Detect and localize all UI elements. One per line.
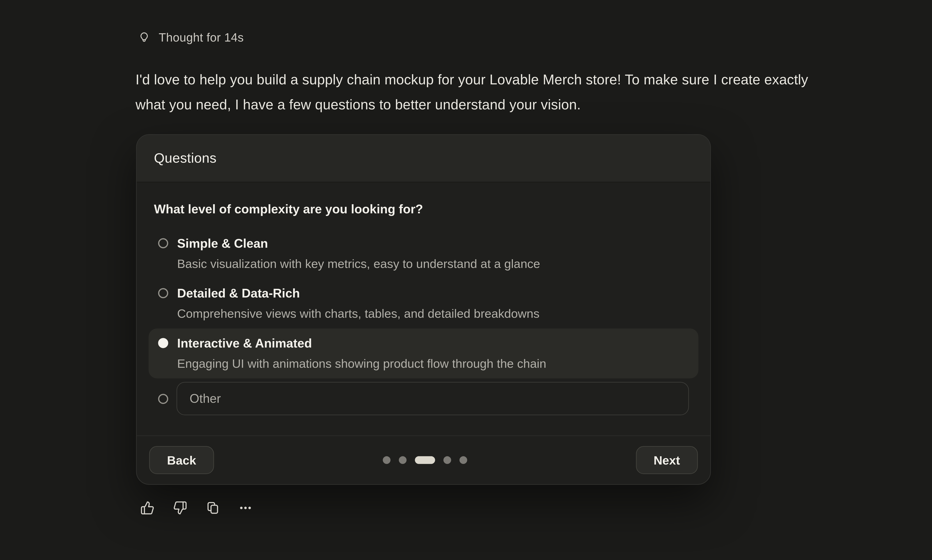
pagination-dot — [415, 456, 435, 464]
pagination-dot — [399, 456, 407, 464]
thought-label: Thought for 14s — [159, 31, 244, 45]
thumbs-down-icon — [173, 501, 187, 515]
thought-summary[interactable]: Thought for 14s — [137, 31, 244, 45]
more-button[interactable] — [238, 501, 253, 515]
option-other[interactable] — [149, 378, 698, 419]
option-label: Interactive & Animated — [177, 333, 546, 354]
next-button[interactable]: Next — [636, 446, 698, 474]
assistant-message-text: I'd love to help you build a supply chai… — [136, 67, 830, 117]
pagination-dots — [382, 456, 467, 464]
option-description: Basic visualization with key metrics, ea… — [177, 254, 540, 274]
option-interactive-animated[interactable]: Interactive & Animated Engaging UI with … — [149, 329, 698, 378]
copy-icon — [206, 501, 220, 515]
questions-card-footer: Back Next — [137, 435, 710, 484]
option-detailed-data-rich[interactable]: Detailed & Data-Rich Comprehensive views… — [149, 278, 698, 328]
card-title: Questions — [154, 150, 217, 166]
radio-selected-icon[interactable] — [158, 338, 168, 348]
questions-card-header: Questions — [137, 135, 710, 183]
radio-icon[interactable] — [158, 288, 168, 298]
option-description: Comprehensive views with charts, tables,… — [177, 304, 539, 324]
thumbs-up-button[interactable] — [140, 501, 155, 515]
copy-button[interactable] — [206, 501, 220, 515]
option-label: Simple & Clean — [177, 233, 540, 254]
pagination-dot — [382, 456, 390, 464]
chat-message-region: Thought for 14s I'd love to help you bui… — [0, 0, 932, 560]
other-input[interactable] — [177, 382, 689, 415]
pagination-dot — [443, 456, 451, 464]
more-icon — [238, 501, 253, 515]
thumbs-down-button[interactable] — [173, 501, 187, 515]
question-text: What level of complexity are you looking… — [154, 200, 698, 218]
back-button[interactable]: Back — [149, 446, 214, 474]
options-list: Simple & Clean Basic visualization with … — [149, 229, 698, 419]
questions-card: Questions What level of complexity are y… — [136, 134, 711, 485]
radio-icon[interactable] — [158, 238, 168, 248]
option-simple-clean[interactable]: Simple & Clean Basic visualization with … — [149, 229, 698, 278]
thumbs-up-icon — [140, 501, 155, 515]
option-description: Engaging UI with animations showing prod… — [177, 354, 546, 374]
questions-card-body: What level of complexity are you looking… — [137, 183, 710, 429]
pagination-dot — [459, 456, 467, 464]
message-actions — [140, 501, 253, 515]
radio-icon[interactable] — [158, 394, 168, 404]
lightbulb-icon — [137, 31, 151, 45]
option-label: Detailed & Data-Rich — [177, 283, 539, 304]
